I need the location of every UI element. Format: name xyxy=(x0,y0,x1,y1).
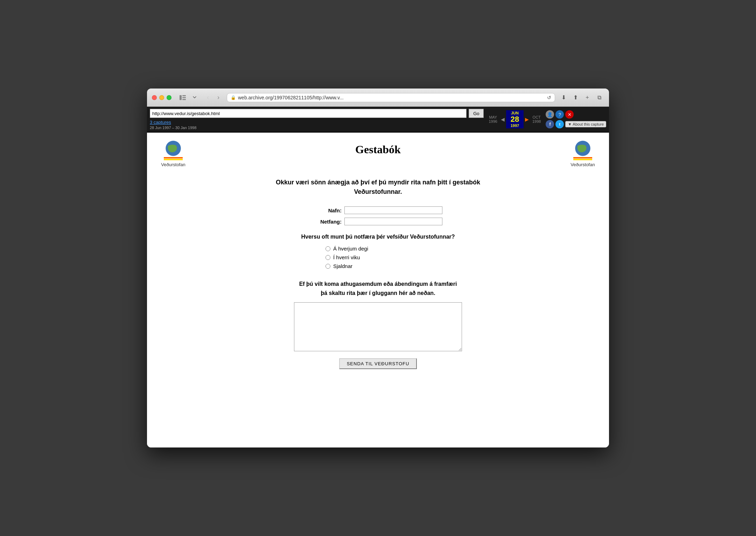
submit-section: SENDA TIL VEÐURSTOFU xyxy=(255,358,500,369)
chevron-down-icon[interactable] xyxy=(190,93,200,103)
vedur-logo-left xyxy=(161,140,186,161)
toolbar-buttons xyxy=(178,93,200,103)
next-month-arrow[interactable]: ▶ xyxy=(524,117,530,122)
radio-group: Á hverjum degi Í hverri viku Sjaldnar xyxy=(326,246,500,269)
svg-rect-3 xyxy=(182,99,186,100)
wayback-right-icons: 👤 ? ✕ f t ▼ About this capture xyxy=(543,107,609,132)
about-capture-button[interactable]: ▼ About this capture xyxy=(565,121,606,127)
lock-icon: 🔒 xyxy=(231,95,236,100)
sidebar-toggle-icon[interactable] xyxy=(178,93,188,103)
facebook-icon[interactable]: f xyxy=(546,120,554,128)
page-title: Gestabók xyxy=(186,140,570,156)
radio-rarely[interactable] xyxy=(326,264,330,269)
radio-weekly[interactable] xyxy=(326,255,330,260)
wayback-date-range: 28 Jun 1997 – 30 Jan 1998 xyxy=(150,126,484,130)
help-icon[interactable]: ? xyxy=(555,110,564,119)
close-icon[interactable]: ✕ xyxy=(565,110,574,119)
radio-rarely-label: Sjaldnar xyxy=(333,263,352,269)
radio-daily[interactable] xyxy=(326,246,330,251)
address-bar-container: 🔒 ↺ xyxy=(227,93,555,102)
email-input[interactable] xyxy=(344,218,442,225)
twitter-icon[interactable]: t xyxy=(555,120,564,128)
email-field-row: Netfang: xyxy=(255,218,500,225)
next-year-label: 1998 xyxy=(532,119,541,124)
minimize-button[interactable] xyxy=(159,95,164,100)
oct-label: OCT xyxy=(533,115,541,119)
forward-button[interactable]: › xyxy=(214,93,223,103)
wayback-url-row: Go xyxy=(150,109,484,118)
wayback-bar: Go 3 captures 28 Jun 1997 – 30 Jan 1998 … xyxy=(147,107,609,133)
form-section: Okkur væri sönn ánægja að því ef þú mynd… xyxy=(255,178,500,369)
address-input[interactable] xyxy=(238,95,545,100)
name-label: Nafn: xyxy=(314,207,342,213)
name-input[interactable] xyxy=(344,206,442,214)
radio-daily-label: Á hverjum degi xyxy=(333,246,368,252)
active-day: 28 xyxy=(511,115,519,124)
svg-rect-7 xyxy=(164,159,183,160)
svg-rect-10 xyxy=(573,157,592,158)
close-button[interactable] xyxy=(152,95,157,100)
traffic-lights xyxy=(152,95,172,100)
radio-option-rarely[interactable]: Sjaldnar xyxy=(326,263,352,269)
page-content: Veðurstofan Gestabók Veðurstofan Okkur v… xyxy=(147,133,609,447)
wayback-url-section: Go 3 captures 28 Jun 1997 – 30 Jan 1998 xyxy=(147,107,486,132)
tabs-icon[interactable]: ⧉ xyxy=(594,93,604,103)
about-capture-label: About this capture xyxy=(573,122,604,126)
radio-option-daily[interactable]: Á hverjum degi xyxy=(326,246,368,252)
comment-section-text: Ef þú vilt koma athugasemdum eða ábendin… xyxy=(255,280,500,297)
svg-rect-11 xyxy=(573,159,592,160)
submit-button[interactable]: SENDA TIL VEÐURSTOFU xyxy=(339,358,417,369)
fullscreen-button[interactable] xyxy=(167,95,172,100)
intro-text: Okkur væri sönn ánægja að því ef þú mynd… xyxy=(255,178,500,197)
email-label: Netfang: xyxy=(314,219,342,225)
active-year: 1997 xyxy=(511,124,519,128)
logo-right: Veðurstofan xyxy=(570,140,595,167)
vedur-logo-right xyxy=(570,140,595,161)
svg-rect-1 xyxy=(182,95,186,96)
wayback-url-input[interactable] xyxy=(150,109,467,118)
user-icon[interactable]: 👤 xyxy=(546,110,554,119)
new-tab-icon[interactable]: ＋ xyxy=(582,93,592,103)
frequency-question: Hversu oft munt þú notfæra þér vefsíður … xyxy=(255,234,500,240)
prev-month-arrow[interactable]: ◀ xyxy=(499,117,506,122)
prev-year-label: 1996 xyxy=(489,119,497,124)
logo-left-label: Veðurstofan xyxy=(161,162,185,167)
back-button[interactable]: ‹ xyxy=(203,93,213,103)
wayback-go-button[interactable]: Go xyxy=(469,109,484,118)
wayback-bottom-icons: f t ▼ About this capture xyxy=(546,120,606,128)
page-header: Veðurstofan Gestabók Veðurstofan xyxy=(161,140,595,167)
reload-icon[interactable]: ↺ xyxy=(547,95,551,100)
wayback-calendar: MAY 1996 ◀ JUN 28 1997 ▶ OCT 1998 xyxy=(486,107,543,132)
logo-right-label: Veðurstofan xyxy=(570,162,595,167)
download-icon[interactable]: ⬇ xyxy=(559,93,568,103)
title-bar: ‹ › 🔒 ↺ ⬇ ⬆ ＋ ⧉ xyxy=(147,89,609,107)
radio-option-weekly[interactable]: Í hverri viku xyxy=(326,254,360,260)
svg-rect-2 xyxy=(182,97,186,98)
active-date-box[interactable]: JUN 28 1997 xyxy=(506,110,524,128)
radio-weekly-label: Í hverri viku xyxy=(333,254,360,260)
wayback-captures-row: 3 captures xyxy=(150,119,484,125)
may-label: MAY xyxy=(489,115,497,119)
svg-rect-6 xyxy=(164,157,183,158)
comment-textarea[interactable] xyxy=(294,302,462,351)
captures-link[interactable]: 3 captures xyxy=(150,120,171,125)
share-icon[interactable]: ⬆ xyxy=(570,93,580,103)
about-capture-arrow: ▼ xyxy=(568,122,572,126)
mac-window: ‹ › 🔒 ↺ ⬇ ⬆ ＋ ⧉ Go 3 captures 28 Jun 199… xyxy=(147,89,609,447)
title-bar-right: ⬇ ⬆ ＋ ⧉ xyxy=(559,93,604,103)
wayback-top-icons: 👤 ? ✕ xyxy=(546,110,606,119)
svg-rect-0 xyxy=(180,95,182,100)
name-field-row: Nafn: xyxy=(255,206,500,214)
nav-arrows: ‹ › xyxy=(203,93,223,103)
logo-left: Veðurstofan xyxy=(161,140,186,167)
